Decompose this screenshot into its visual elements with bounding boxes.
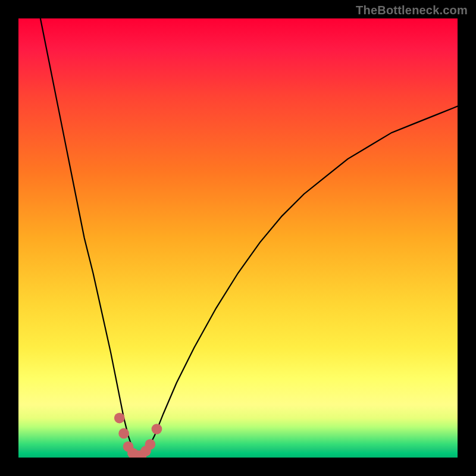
trough-marker xyxy=(118,428,129,439)
bottleneck-chart: TheBottleneck.com xyxy=(0,0,476,476)
trough-marker xyxy=(152,424,162,434)
trough-marker xyxy=(145,439,156,450)
curve-layer xyxy=(18,18,458,458)
bottleneck-curve-path xyxy=(40,18,458,458)
watermark-text: TheBottleneck.com xyxy=(356,4,468,17)
trough-marker xyxy=(114,413,125,424)
plot-area xyxy=(18,18,458,458)
